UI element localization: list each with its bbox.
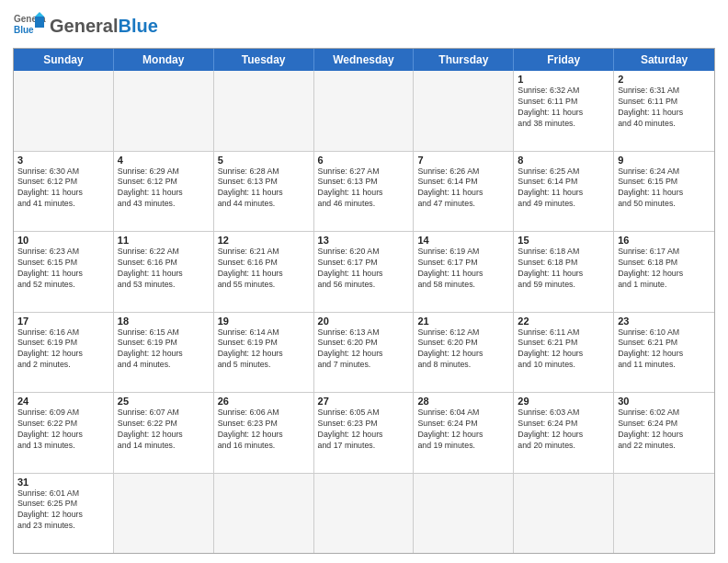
calendar-cell-2-2: 12Sunrise: 6:21 AM Sunset: 6:16 PM Dayli…	[214, 232, 314, 312]
day-info: Sunrise: 6:26 AM Sunset: 6:14 PM Dayligh…	[417, 167, 509, 211]
day-number: 13	[318, 235, 410, 246]
header-day-wednesday: Wednesday	[314, 49, 415, 71]
header-day-friday: Friday	[514, 49, 614, 71]
day-info: Sunrise: 6:10 AM Sunset: 6:21 PM Dayligh…	[618, 327, 711, 372]
calendar-cell-2-4: 14Sunrise: 6:19 AM Sunset: 6:17 PM Dayli…	[414, 232, 514, 312]
day-info: Sunrise: 6:17 AM Sunset: 6:18 PM Dayligh…	[618, 247, 711, 291]
day-info: Sunrise: 6:07 AM Sunset: 6:22 PM Dayligh…	[118, 408, 210, 452]
page: General Blue GeneralBlue SundayMondayTue…	[0, 0, 728, 563]
day-number: 19	[218, 316, 310, 327]
calendar-row-4: 24Sunrise: 6:09 AM Sunset: 6:22 PM Dayli…	[14, 392, 714, 473]
day-number: 3	[17, 155, 109, 166]
header-day-monday: Monday	[114, 49, 214, 71]
day-number: 26	[218, 396, 310, 407]
calendar-cell-3-6: 23Sunrise: 6:10 AM Sunset: 6:21 PM Dayli…	[614, 313, 714, 393]
calendar-cell-4-6: 30Sunrise: 6:02 AM Sunset: 6:24 PM Dayli…	[614, 393, 714, 473]
calendar-row-2: 10Sunrise: 6:23 AM Sunset: 6:15 PM Dayli…	[14, 231, 714, 312]
svg-marker-2	[35, 17, 44, 28]
calendar-body: 1Sunrise: 6:32 AM Sunset: 6:11 PM Daylig…	[14, 71, 714, 553]
calendar-cell-0-5: 1Sunrise: 6:32 AM Sunset: 6:11 PM Daylig…	[514, 71, 614, 151]
day-info: Sunrise: 6:27 AM Sunset: 6:13 PM Dayligh…	[318, 167, 410, 211]
day-info: Sunrise: 6:31 AM Sunset: 6:11 PM Dayligh…	[618, 86, 711, 130]
day-number: 15	[518, 235, 609, 246]
calendar-cell-2-5: 15Sunrise: 6:18 AM Sunset: 6:18 PM Dayli…	[514, 232, 614, 312]
day-info: Sunrise: 6:19 AM Sunset: 6:17 PM Dayligh…	[417, 247, 509, 291]
day-info: Sunrise: 6:21 AM Sunset: 6:16 PM Dayligh…	[218, 247, 310, 291]
logo-text: GeneralBlue	[50, 17, 158, 35]
day-number: 20	[318, 316, 410, 327]
calendar-cell-2-1: 11Sunrise: 6:22 AM Sunset: 6:16 PM Dayli…	[114, 232, 214, 312]
day-number: 10	[17, 235, 109, 246]
header-day-tuesday: Tuesday	[214, 49, 314, 71]
calendar-cell-4-1: 25Sunrise: 6:07 AM Sunset: 6:22 PM Dayli…	[114, 393, 214, 473]
day-info: Sunrise: 6:15 AM Sunset: 6:19 PM Dayligh…	[118, 327, 210, 372]
day-info: Sunrise: 6:18 AM Sunset: 6:18 PM Dayligh…	[518, 247, 609, 291]
day-info: Sunrise: 6:09 AM Sunset: 6:22 PM Dayligh…	[17, 408, 109, 452]
calendar-row-5: 31Sunrise: 6:01 AM Sunset: 6:25 PM Dayli…	[14, 473, 714, 554]
day-number: 31	[17, 477, 109, 488]
calendar-cell-5-0: 31Sunrise: 6:01 AM Sunset: 6:25 PM Dayli…	[14, 474, 114, 554]
day-number: 23	[618, 316, 711, 327]
day-info: Sunrise: 6:30 AM Sunset: 6:12 PM Dayligh…	[17, 167, 109, 211]
calendar-cell-1-1: 4Sunrise: 6:29 AM Sunset: 6:12 PM Daylig…	[114, 152, 214, 232]
day-info: Sunrise: 6:32 AM Sunset: 6:11 PM Dayligh…	[518, 86, 609, 130]
calendar-cell-3-1: 18Sunrise: 6:15 AM Sunset: 6:19 PM Dayli…	[114, 313, 214, 393]
day-number: 6	[318, 155, 410, 166]
day-info: Sunrise: 6:11 AM Sunset: 6:21 PM Dayligh…	[518, 327, 609, 372]
day-number: 30	[618, 396, 711, 407]
day-number: 24	[17, 396, 109, 407]
day-number: 28	[417, 396, 509, 407]
day-info: Sunrise: 6:05 AM Sunset: 6:23 PM Dayligh…	[318, 408, 410, 452]
calendar-cell-0-2	[214, 71, 314, 151]
calendar-cell-2-6: 16Sunrise: 6:17 AM Sunset: 6:18 PM Dayli…	[614, 232, 714, 312]
calendar-cell-5-5	[514, 474, 614, 554]
day-info: Sunrise: 6:01 AM Sunset: 6:25 PM Dayligh…	[17, 488, 109, 533]
day-number: 9	[618, 155, 711, 166]
calendar-cell-4-2: 26Sunrise: 6:06 AM Sunset: 6:23 PM Dayli…	[214, 393, 314, 473]
day-info: Sunrise: 6:13 AM Sunset: 6:20 PM Dayligh…	[318, 327, 410, 372]
day-info: Sunrise: 6:04 AM Sunset: 6:24 PM Dayligh…	[417, 408, 509, 452]
calendar-cell-4-3: 27Sunrise: 6:05 AM Sunset: 6:23 PM Dayli…	[314, 393, 415, 473]
calendar-cell-1-3: 6Sunrise: 6:27 AM Sunset: 6:13 PM Daylig…	[314, 152, 415, 232]
day-number: 18	[118, 316, 210, 327]
calendar-cell-1-0: 3Sunrise: 6:30 AM Sunset: 6:12 PM Daylig…	[14, 152, 114, 232]
day-info: Sunrise: 6:06 AM Sunset: 6:23 PM Dayligh…	[218, 408, 310, 452]
day-info: Sunrise: 6:29 AM Sunset: 6:12 PM Dayligh…	[118, 167, 210, 211]
calendar-cell-0-3	[314, 71, 415, 151]
calendar-cell-5-2	[214, 474, 314, 554]
calendar-cell-5-4	[414, 474, 514, 554]
day-info: Sunrise: 6:03 AM Sunset: 6:24 PM Dayligh…	[518, 408, 609, 452]
calendar-row-1: 3Sunrise: 6:30 AM Sunset: 6:12 PM Daylig…	[14, 151, 714, 232]
header-day-sunday: Sunday	[14, 49, 114, 71]
day-info: Sunrise: 6:23 AM Sunset: 6:15 PM Dayligh…	[17, 247, 109, 291]
day-number: 16	[618, 235, 711, 246]
calendar-cell-0-4	[414, 71, 514, 151]
day-number: 8	[518, 155, 609, 166]
calendar-cell-4-5: 29Sunrise: 6:03 AM Sunset: 6:24 PM Dayli…	[514, 393, 614, 473]
day-number: 27	[318, 396, 410, 407]
calendar-row-0: 1Sunrise: 6:32 AM Sunset: 6:11 PM Daylig…	[14, 71, 714, 151]
day-info: Sunrise: 6:24 AM Sunset: 6:15 PM Dayligh…	[618, 167, 711, 211]
calendar-cell-5-3	[314, 474, 415, 554]
header: General Blue GeneralBlue	[13, 9, 715, 42]
day-info: Sunrise: 6:02 AM Sunset: 6:24 PM Dayligh…	[618, 408, 711, 452]
day-info: Sunrise: 6:16 AM Sunset: 6:19 PM Dayligh…	[17, 327, 109, 372]
calendar-cell-1-6: 9Sunrise: 6:24 AM Sunset: 6:15 PM Daylig…	[614, 152, 714, 232]
logo: General Blue GeneralBlue	[13, 9, 158, 42]
calendar-cell-1-4: 7Sunrise: 6:26 AM Sunset: 6:14 PM Daylig…	[414, 152, 514, 232]
day-number: 29	[518, 396, 609, 407]
day-number: 25	[118, 396, 210, 407]
day-info: Sunrise: 6:12 AM Sunset: 6:20 PM Dayligh…	[417, 327, 509, 372]
calendar-cell-2-3: 13Sunrise: 6:20 AM Sunset: 6:17 PM Dayli…	[314, 232, 415, 312]
calendar-cell-3-2: 19Sunrise: 6:14 AM Sunset: 6:19 PM Dayli…	[214, 313, 314, 393]
calendar: SundayMondayTuesdayWednesdayThursdayFrid…	[13, 48, 715, 554]
day-number: 11	[118, 235, 210, 246]
calendar-cell-4-0: 24Sunrise: 6:09 AM Sunset: 6:22 PM Dayli…	[14, 393, 114, 473]
day-number: 12	[218, 235, 310, 246]
calendar-cell-3-5: 22Sunrise: 6:11 AM Sunset: 6:21 PM Dayli…	[514, 313, 614, 393]
calendar-cell-2-0: 10Sunrise: 6:23 AM Sunset: 6:15 PM Dayli…	[14, 232, 114, 312]
calendar-cell-3-0: 17Sunrise: 6:16 AM Sunset: 6:19 PM Dayli…	[14, 313, 114, 393]
day-info: Sunrise: 6:20 AM Sunset: 6:17 PM Dayligh…	[318, 247, 410, 291]
logo-svg: General Blue	[13, 9, 46, 42]
calendar-cell-4-4: 28Sunrise: 6:04 AM Sunset: 6:24 PM Dayli…	[414, 393, 514, 473]
